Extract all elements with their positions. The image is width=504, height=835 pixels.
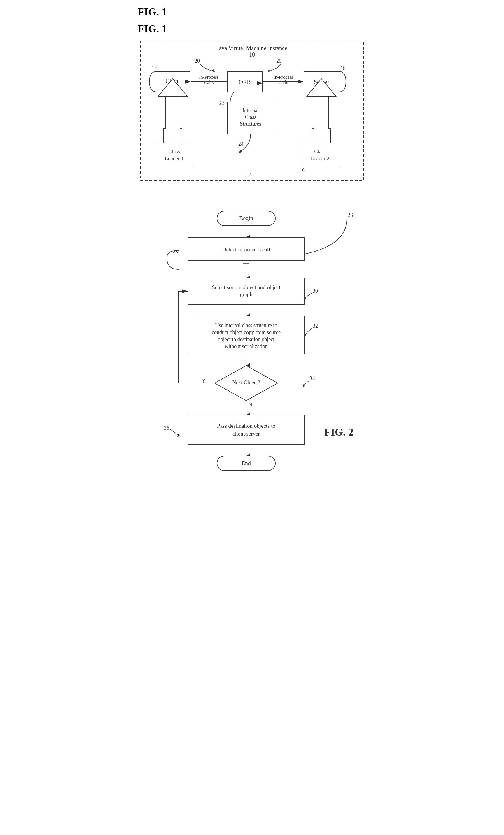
svg-text:graph: graph <box>240 291 253 298</box>
svg-text:End: End <box>242 460 251 467</box>
fig1-title-2: FIG. 1 <box>138 23 366 35</box>
svg-text:16: 16 <box>300 167 305 173</box>
svg-text:object to destination object: object to destination object <box>218 337 275 342</box>
svg-text:20: 20 <box>276 58 281 64</box>
svg-text:30: 30 <box>313 288 318 294</box>
svg-text:Calls: Calls <box>279 80 288 85</box>
svg-text:Structures: Structures <box>240 121 261 127</box>
svg-text:FIG. 2: FIG. 2 <box>324 426 354 438</box>
svg-text:22: 22 <box>219 100 224 106</box>
svg-text:Class: Class <box>314 149 325 155</box>
svg-text:Class: Class <box>168 149 180 155</box>
svg-text:36: 36 <box>164 425 169 431</box>
svg-text:without serialization: without serialization <box>225 343 267 349</box>
svg-marker-85 <box>177 434 180 437</box>
svg-text:24: 24 <box>238 141 244 147</box>
fig1-title: FIG. 1 <box>138 6 366 18</box>
svg-text:Detect in-process call: Detect in-process call <box>222 246 270 252</box>
fig2-svg: 26 Begin 28 Detect in-process call <box>138 202 366 541</box>
svg-text:Pass destination objects to: Pass destination objects to <box>217 423 275 429</box>
svg-text:14: 14 <box>152 65 157 71</box>
fig1-svg: Java Virtual Machine Instance 10 14 20 2… <box>138 38 366 189</box>
svg-text:In-Process: In-Process <box>273 75 293 80</box>
svg-text:Calls: Calls <box>204 80 214 85</box>
svg-text:N: N <box>248 402 252 408</box>
fig1-diagram: FIG. 1 Java Virtual Machine Instance 10 … <box>138 23 366 191</box>
svg-text:20: 20 <box>195 58 200 64</box>
svg-text:Internal: Internal <box>242 107 259 114</box>
svg-text:Class: Class <box>245 114 256 120</box>
svg-text:Java Virtual Machine Instance: Java Virtual Machine Instance <box>217 45 287 51</box>
svg-text:12: 12 <box>246 172 251 178</box>
svg-text:Next Object?: Next Object? <box>232 380 260 385</box>
svg-rect-87 <box>188 415 304 444</box>
svg-text:10: 10 <box>249 51 255 58</box>
svg-text:client/server: client/server <box>233 431 260 437</box>
svg-text:28: 28 <box>173 249 178 254</box>
svg-text:Begin: Begin <box>239 215 253 222</box>
svg-text:Select source object and objec: Select source object and object <box>212 284 281 290</box>
svg-text:18: 18 <box>340 65 346 71</box>
svg-text:In-Process: In-Process <box>199 75 219 80</box>
svg-text:conduct object copy from sourc: conduct object copy from source <box>212 329 281 335</box>
svg-text:34: 34 <box>310 375 315 381</box>
svg-marker-33 <box>163 96 182 143</box>
svg-rect-37 <box>155 143 193 166</box>
svg-rect-40 <box>301 143 339 166</box>
svg-text:Use internal class structure t: Use internal class structure to <box>215 323 277 328</box>
svg-text:ORB: ORB <box>239 79 250 85</box>
svg-text:32: 32 <box>313 323 318 329</box>
svg-text:Loader 2: Loader 2 <box>310 156 329 162</box>
svg-marker-35 <box>312 96 331 143</box>
svg-text:26: 26 <box>348 212 353 218</box>
svg-text:Loader 1: Loader 1 <box>165 156 183 162</box>
fig2-diagram: 26 Begin 28 Detect in-process call <box>138 202 366 559</box>
